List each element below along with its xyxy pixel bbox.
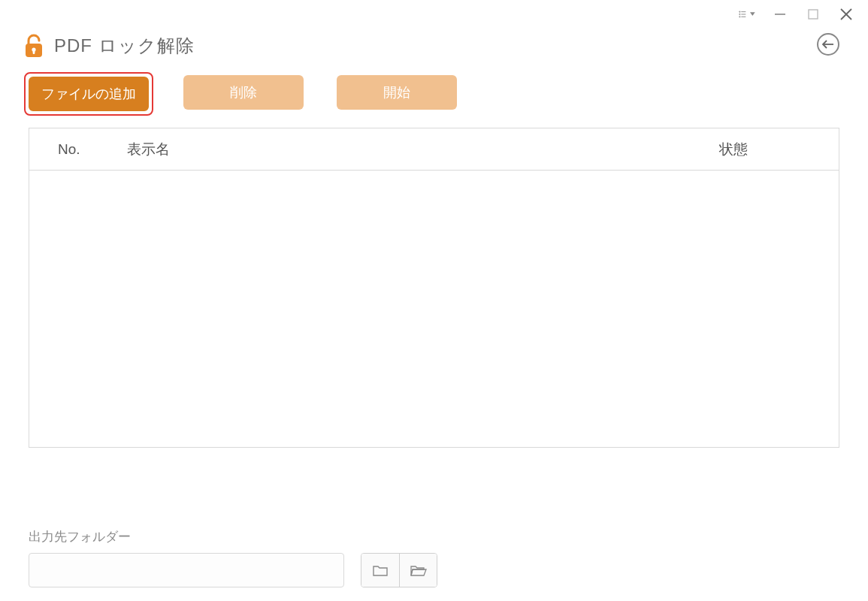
browse-folder-button[interactable]: [361, 554, 399, 587]
output-path-field[interactable]: [29, 553, 344, 587]
page-title: PDF ロック解除: [54, 34, 195, 58]
svg-rect-13: [33, 50, 35, 54]
toolbar: ファイルの追加 削除 開始: [0, 59, 868, 113]
start-button[interactable]: 開始: [337, 75, 457, 110]
folder-icon: [373, 564, 388, 576]
file-table: No. 表示名 状態: [29, 128, 839, 448]
back-button[interactable]: [817, 33, 839, 56]
lock-icon: [23, 33, 45, 59]
col-header-status: 状態: [628, 140, 839, 159]
back-arrow-icon: [821, 40, 835, 49]
delete-button[interactable]: 削除: [183, 75, 304, 110]
folder-buttons: [361, 553, 437, 587]
add-file-button[interactable]: ファイルの追加: [29, 77, 149, 111]
add-file-highlight: ファイルの追加: [27, 75, 150, 113]
open-folder-button[interactable]: [399, 554, 437, 587]
header: PDF ロック解除: [0, 0, 868, 59]
output-label: 出力先フォルダー: [29, 528, 437, 545]
folder-open-icon: [410, 564, 427, 576]
col-header-no: No.: [29, 141, 119, 158]
table-body: [29, 171, 839, 447]
col-header-name: 表示名: [119, 140, 628, 159]
table-header: No. 表示名 状態: [29, 128, 839, 171]
output-row: [29, 553, 437, 587]
output-section: 出力先フォルダー: [29, 528, 437, 587]
